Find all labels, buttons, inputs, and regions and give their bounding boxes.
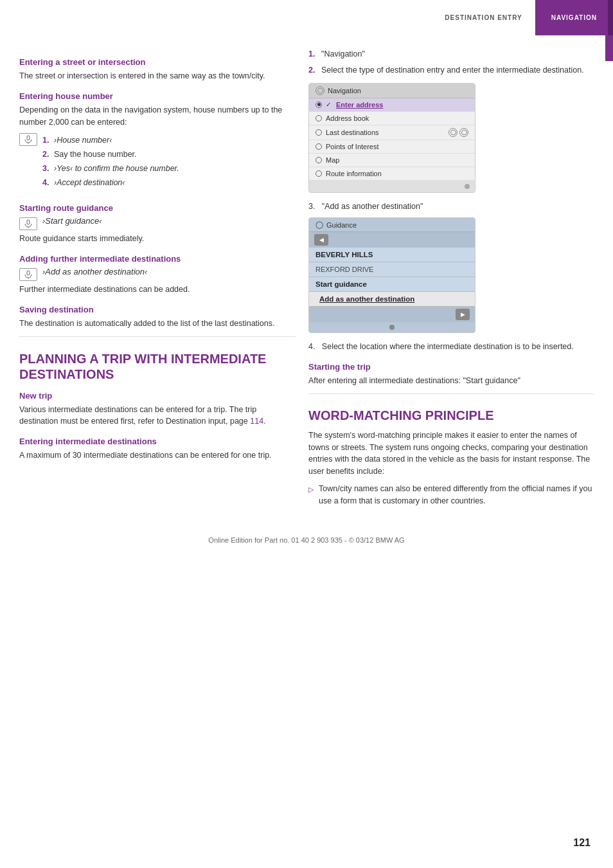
page-link-114[interactable]: 114: [250, 417, 263, 426]
guidance-rexford: REXFORD DRIVE: [309, 262, 475, 277]
voice-icon-add: [19, 268, 37, 281]
back-btn[interactable]: ◀: [314, 234, 328, 246]
add-another-dest-row: ›Add as another destination‹: [19, 267, 296, 281]
saving-dest-section: Saving destination The destination is au…: [19, 305, 296, 330]
purple-tab-decoration: [605, 35, 613, 61]
nav-item-last-destinations: Last destinations ◯ ◯: [309, 125, 475, 140]
section-divider: [19, 336, 296, 337]
adding-further-section: Adding further intermediate destinations…: [19, 254, 296, 296]
dest-entry-label: DESTINATION ENTRY: [432, 0, 535, 35]
new-trip-heading: New trip: [19, 391, 296, 401]
adding-further-text: Further intermediate destinations can be…: [19, 284, 296, 296]
entering-intermediate-text: A maximum of 30 intermediate destination…: [19, 449, 296, 462]
add-dest-cmd: ›Add as another destination‹: [42, 267, 147, 276]
svg-rect-4: [27, 271, 30, 275]
radio-empty-5: [315, 170, 322, 177]
starting-trip-heading: Starting the trip: [308, 362, 594, 372]
right-step-2: 2. Select the type of destination entry …: [308, 64, 594, 77]
guidance-controls: ◀: [309, 232, 475, 248]
svg-rect-2: [27, 220, 30, 224]
step3-label: 3. "Add as another destination": [308, 201, 594, 213]
entering-house-heading: Entering house number: [19, 91, 296, 101]
guidance-screen: ◯ Guidance ◀ BEVERLY HILLS REXFORD DRIVE…: [308, 217, 475, 333]
page-header: DESTINATION ENTRY NAVIGATION: [0, 0, 613, 35]
entering-street-text: The street or intersection is entered in…: [19, 70, 296, 82]
right-divider: [308, 393, 594, 394]
house-step-3: 3.›Yes‹ to confirm the house number.: [42, 163, 179, 175]
guidance-start: Start guidance: [309, 277, 475, 292]
svg-rect-0: [27, 136, 30, 140]
nav-item-route-info: Route information: [309, 167, 475, 181]
radio-filled: [315, 102, 322, 108]
step4-label: 4. Select the location where the interme…: [308, 341, 594, 353]
right-step-1: 1. "Navigation": [308, 48, 594, 60]
house-number-steps: 1.›House number‹ 2.Say the house number.…: [42, 134, 179, 190]
nav-screen-title: ◯ Navigation: [309, 84, 475, 98]
house-step-1: 1.›House number‹: [42, 134, 179, 147]
word-matching-text: The system's word-matching principle mak…: [308, 429, 594, 478]
entering-street-heading: Entering a street or intersection: [19, 57, 296, 67]
new-trip-section: New trip Various intermediate destinatio…: [19, 391, 296, 428]
guidance-beverly-hills: BEVERLY HILLS: [309, 248, 475, 262]
nav-item-enter-address: ✓ Enter address: [309, 98, 475, 112]
voice-icon-start: [19, 217, 37, 230]
saving-dest-text: The destination is automatically added t…: [19, 318, 296, 330]
navigation-screen: ◯ Navigation ✓ Enter address Address boo…: [308, 83, 475, 193]
saving-dest-heading: Saving destination: [19, 305, 296, 314]
radio-empty: [315, 115, 322, 122]
footer-text: Online Edition for Part no. 01 40 2 903 …: [208, 536, 404, 544]
entering-intermediate-section: Entering intermediate destinations A max…: [19, 437, 296, 462]
entering-house-section: Entering house number Depending on the d…: [19, 91, 296, 195]
nav-item-address-book: Address book: [309, 112, 475, 125]
nav-item-poi: Points of Interest: [309, 140, 475, 154]
entering-house-text: Depending on the data in the navigation …: [19, 104, 296, 129]
house-step-4: 4.›Accept destination‹: [42, 177, 179, 189]
nav-icon: ◯: [315, 86, 324, 95]
right-steps-list: 1. "Navigation" 2. Select the type of de…: [308, 48, 594, 77]
voice-icon-house: [19, 133, 37, 146]
forward-btn[interactable]: ▶: [456, 309, 470, 320]
page-number: 121: [573, 837, 591, 849]
starting-route-section: Starting route guidance ›Start guidance‹…: [19, 203, 296, 245]
navigation-label: NAVIGATION: [535, 0, 613, 35]
starting-route-heading: Starting route guidance: [19, 203, 296, 213]
route-guidance-text: Route guidance starts immediately.: [19, 233, 296, 245]
radio-empty-4: [315, 157, 322, 163]
new-trip-text: Various intermediate destinations can be…: [19, 404, 296, 428]
starting-trip-section: Starting the trip After entering all int…: [308, 362, 594, 387]
start-guidance-row: ›Start guidance‹: [19, 216, 296, 230]
bullet-item-1: ▷ Town/city names can also be entered di…: [308, 483, 594, 507]
entering-intermediate-heading: Entering intermediate destinations: [19, 437, 296, 446]
footer: Online Edition for Part no. 01 40 2 903 …: [0, 523, 613, 550]
planning-trip-heading: PLANNING A TRIP WITH INTERMEDIATE DESTIN…: [19, 351, 296, 382]
guidance-icon: ◯: [315, 221, 323, 229]
nav-item-map: Map: [309, 154, 475, 167]
adding-further-heading: Adding further intermediate destinations: [19, 254, 296, 264]
start-guidance-cmd: ›Start guidance‹: [42, 216, 102, 226]
word-matching-heading: WORD-MATCHING PRINCIPLE: [308, 408, 594, 423]
bullet-arrow-icon: ▷: [308, 484, 314, 495]
starting-trip-text: After entering all intermediate destinat…: [308, 375, 594, 387]
house-step-2: 2.Say the house number.: [42, 149, 179, 161]
check-mark: ✓: [326, 101, 331, 108]
radio-empty-3: [315, 143, 322, 150]
right-column: 1. "Navigation" 2. Select the type of de…: [308, 48, 594, 511]
entering-street-section: Entering a street or intersection The st…: [19, 57, 296, 82]
guidance-add-dest: Add as another destination: [309, 292, 475, 307]
guidance-title-bar: ◯ Guidance: [309, 218, 475, 232]
main-content: Entering a street or intersection The st…: [0, 48, 613, 511]
left-column: Entering a street or intersection The st…: [19, 48, 296, 511]
radio-empty-2: [315, 129, 322, 136]
